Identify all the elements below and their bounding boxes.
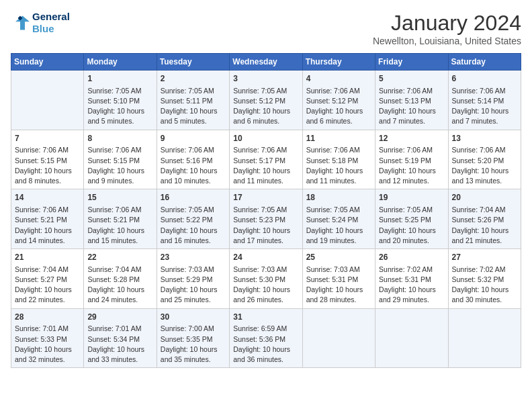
day-number: 21 bbox=[15, 252, 80, 263]
svg-marker-0 bbox=[15, 16, 30, 30]
day-cell bbox=[375, 308, 448, 368]
calendar-header: SundayMondayTuesdayWednesdayThursdayFrid… bbox=[11, 54, 521, 71]
logo-line1: General bbox=[32, 11, 70, 23]
logo-icon bbox=[11, 13, 30, 32]
day-cell: 8Sunrise: 7:06 AMSunset: 5:15 PMDaylight… bbox=[84, 130, 157, 189]
day-number: 29 bbox=[87, 312, 152, 323]
day-info: Sunrise: 7:05 AMSunset: 5:22 PMDaylight:… bbox=[161, 205, 226, 246]
day-number: 3 bbox=[233, 73, 298, 85]
header-row: SundayMondayTuesdayWednesdayThursdayFrid… bbox=[11, 54, 521, 71]
day-number: 24 bbox=[233, 252, 298, 263]
day-info: Sunrise: 7:05 AMSunset: 5:10 PMDaylight:… bbox=[87, 86, 152, 127]
day-cell: 20Sunrise: 7:04 AMSunset: 5:26 PMDayligh… bbox=[448, 189, 521, 249]
day-number: 11 bbox=[306, 133, 371, 144]
day-info: Sunrise: 7:05 AMSunset: 5:23 PMDaylight:… bbox=[233, 205, 298, 246]
day-cell: 2Sunrise: 7:05 AMSunset: 5:11 PMDaylight… bbox=[157, 71, 229, 130]
day-cell: 12Sunrise: 7:06 AMSunset: 5:19 PMDayligh… bbox=[375, 130, 448, 189]
week-row-3: 14Sunrise: 7:06 AMSunset: 5:21 PMDayligh… bbox=[11, 189, 521, 249]
day-cell: 30Sunrise: 7:00 AMSunset: 5:35 PMDayligh… bbox=[157, 308, 229, 368]
day-cell: 14Sunrise: 7:06 AMSunset: 5:21 PMDayligh… bbox=[11, 189, 84, 249]
day-cell: 22Sunrise: 7:04 AMSunset: 5:28 PMDayligh… bbox=[84, 249, 157, 309]
day-number: 28 bbox=[15, 312, 80, 323]
day-number: 9 bbox=[161, 133, 226, 144]
day-info: Sunrise: 7:01 AMSunset: 5:33 PMDaylight:… bbox=[15, 324, 80, 365]
day-cell: 26Sunrise: 7:02 AMSunset: 5:31 PMDayligh… bbox=[375, 249, 448, 309]
day-number: 17 bbox=[233, 192, 298, 203]
day-info: Sunrise: 7:06 AMSunset: 5:17 PMDaylight:… bbox=[233, 145, 298, 186]
calendar-body: 1Sunrise: 7:05 AMSunset: 5:10 PMDaylight… bbox=[11, 71, 521, 368]
logo-line2: Blue bbox=[32, 23, 70, 35]
day-number: 27 bbox=[452, 252, 517, 263]
day-info: Sunrise: 7:04 AMSunset: 5:26 PMDaylight:… bbox=[452, 205, 517, 246]
header-cell-sunday: Sunday bbox=[11, 54, 84, 71]
day-cell: 16Sunrise: 7:05 AMSunset: 5:22 PMDayligh… bbox=[157, 189, 229, 249]
day-cell bbox=[11, 71, 84, 130]
day-number: 20 bbox=[452, 192, 517, 203]
day-number: 5 bbox=[379, 73, 444, 85]
day-info: Sunrise: 7:06 AMSunset: 5:12 PMDaylight:… bbox=[306, 86, 371, 127]
day-cell bbox=[448, 308, 521, 368]
day-info: Sunrise: 7:06 AMSunset: 5:15 PMDaylight:… bbox=[15, 145, 80, 186]
day-cell: 13Sunrise: 7:06 AMSunset: 5:20 PMDayligh… bbox=[448, 130, 521, 189]
day-number: 12 bbox=[379, 133, 444, 144]
day-cell: 10Sunrise: 7:06 AMSunset: 5:17 PMDayligh… bbox=[230, 130, 302, 189]
week-row-5: 28Sunrise: 7:01 AMSunset: 5:33 PMDayligh… bbox=[11, 308, 521, 368]
day-cell: 28Sunrise: 7:01 AMSunset: 5:33 PMDayligh… bbox=[11, 308, 84, 368]
day-info: Sunrise: 7:05 AMSunset: 5:11 PMDaylight:… bbox=[161, 86, 226, 127]
day-cell: 27Sunrise: 7:02 AMSunset: 5:32 PMDayligh… bbox=[448, 249, 521, 309]
day-number: 18 bbox=[306, 192, 371, 203]
day-number: 19 bbox=[379, 192, 444, 203]
day-number: 10 bbox=[233, 133, 298, 144]
day-cell: 18Sunrise: 7:05 AMSunset: 5:24 PMDayligh… bbox=[302, 189, 375, 249]
day-info: Sunrise: 6:59 AMSunset: 5:36 PMDaylight:… bbox=[233, 324, 298, 365]
day-cell: 3Sunrise: 7:05 AMSunset: 5:12 PMDaylight… bbox=[230, 71, 302, 130]
day-number: 16 bbox=[161, 192, 226, 203]
day-number: 8 bbox=[87, 133, 152, 144]
day-number: 30 bbox=[161, 312, 226, 323]
day-info: Sunrise: 7:02 AMSunset: 5:31 PMDaylight:… bbox=[379, 265, 444, 306]
day-number: 15 bbox=[87, 192, 152, 203]
week-row-1: 1Sunrise: 7:05 AMSunset: 5:10 PMDaylight… bbox=[11, 71, 521, 130]
week-row-2: 7Sunrise: 7:06 AMSunset: 5:15 PMDaylight… bbox=[11, 130, 521, 189]
day-info: Sunrise: 7:06 AMSunset: 5:19 PMDaylight:… bbox=[379, 145, 444, 186]
day-number: 13 bbox=[452, 133, 517, 144]
day-cell: 31Sunrise: 6:59 AMSunset: 5:36 PMDayligh… bbox=[230, 308, 302, 368]
day-info: Sunrise: 7:06 AMSunset: 5:13 PMDaylight:… bbox=[379, 86, 444, 127]
day-info: Sunrise: 7:00 AMSunset: 5:35 PMDaylight:… bbox=[161, 324, 226, 365]
day-info: Sunrise: 7:05 AMSunset: 5:24 PMDaylight:… bbox=[306, 205, 371, 246]
day-cell: 7Sunrise: 7:06 AMSunset: 5:15 PMDaylight… bbox=[11, 130, 84, 189]
page-header: General Blue January 2024 Newellton, Lou… bbox=[11, 11, 521, 46]
day-cell: 29Sunrise: 7:01 AMSunset: 5:34 PMDayligh… bbox=[84, 308, 157, 368]
day-cell: 17Sunrise: 7:05 AMSunset: 5:23 PMDayligh… bbox=[230, 189, 302, 249]
day-cell: 15Sunrise: 7:06 AMSunset: 5:21 PMDayligh… bbox=[84, 189, 157, 249]
day-info: Sunrise: 7:06 AMSunset: 5:20 PMDaylight:… bbox=[452, 145, 517, 186]
day-number: 2 bbox=[161, 73, 226, 85]
calendar-table: SundayMondayTuesdayWednesdayThursdayFrid… bbox=[11, 53, 521, 368]
day-number: 6 bbox=[452, 73, 517, 85]
day-cell: 25Sunrise: 7:03 AMSunset: 5:31 PMDayligh… bbox=[302, 249, 375, 309]
day-info: Sunrise: 7:05 AMSunset: 5:12 PMDaylight:… bbox=[233, 86, 298, 127]
day-number: 26 bbox=[379, 252, 444, 263]
day-info: Sunrise: 7:03 AMSunset: 5:31 PMDaylight:… bbox=[306, 265, 371, 306]
day-number: 22 bbox=[87, 252, 152, 263]
day-cell: 1Sunrise: 7:05 AMSunset: 5:10 PMDaylight… bbox=[84, 71, 157, 130]
day-info: Sunrise: 7:04 AMSunset: 5:28 PMDaylight:… bbox=[87, 265, 152, 306]
day-info: Sunrise: 7:06 AMSunset: 5:15 PMDaylight:… bbox=[87, 145, 152, 186]
day-number: 31 bbox=[233, 312, 298, 323]
day-number: 25 bbox=[306, 252, 371, 263]
day-number: 23 bbox=[161, 252, 226, 263]
day-info: Sunrise: 7:04 AMSunset: 5:27 PMDaylight:… bbox=[15, 265, 80, 306]
header-cell-thursday: Thursday bbox=[302, 54, 375, 71]
day-info: Sunrise: 7:06 AMSunset: 5:18 PMDaylight:… bbox=[306, 145, 371, 186]
week-row-4: 21Sunrise: 7:04 AMSunset: 5:27 PMDayligh… bbox=[11, 249, 521, 309]
day-cell: 6Sunrise: 7:06 AMSunset: 5:14 PMDaylight… bbox=[448, 71, 521, 130]
day-info: Sunrise: 7:02 AMSunset: 5:32 PMDaylight:… bbox=[452, 265, 517, 306]
day-info: Sunrise: 7:06 AMSunset: 5:21 PMDaylight:… bbox=[15, 205, 80, 246]
header-cell-saturday: Saturday bbox=[448, 54, 521, 71]
day-info: Sunrise: 7:01 AMSunset: 5:34 PMDaylight:… bbox=[87, 324, 152, 365]
day-cell: 9Sunrise: 7:06 AMSunset: 5:16 PMDaylight… bbox=[157, 130, 229, 189]
header-cell-monday: Monday bbox=[84, 54, 157, 71]
day-cell: 19Sunrise: 7:05 AMSunset: 5:25 PMDayligh… bbox=[375, 189, 448, 249]
day-number: 14 bbox=[15, 192, 80, 203]
header-cell-friday: Friday bbox=[375, 54, 448, 71]
